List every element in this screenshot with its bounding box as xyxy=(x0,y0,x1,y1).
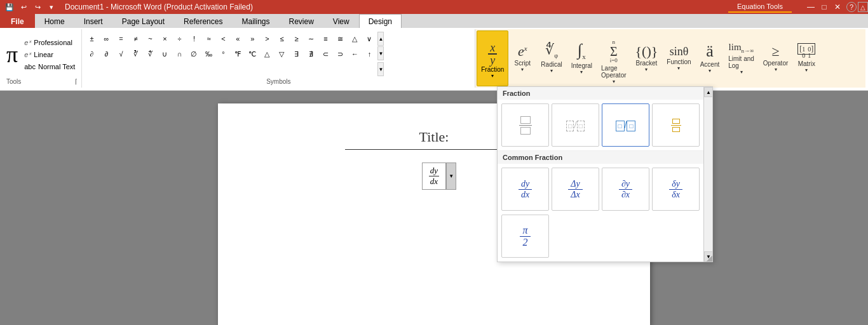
sym-le[interactable]: ≤ xyxy=(275,32,288,46)
redo-icon[interactable]: ↪ xyxy=(32,1,43,13)
sym-uparrow[interactable]: ↑ xyxy=(362,47,376,61)
panel-scroll-up[interactable]: ▲ xyxy=(704,87,713,97)
symbols-expand[interactable]: ▼ xyxy=(377,62,384,76)
sym-ge[interactable]: ≥ xyxy=(289,32,303,46)
common-fraction-title: Common Fraction xyxy=(498,150,703,164)
fraction-item-small[interactable] xyxy=(652,103,700,147)
symbols-row-1: ± ∞ = ≠ ~ × ÷ ! ≈ < « » > ≤ ≥ xyxy=(85,32,376,46)
fraction-item-delta-y-x[interactable]: Δy Δx xyxy=(552,168,599,211)
equation-tools-label: Equation Tools xyxy=(728,1,792,13)
equation-dropdown-button[interactable]: ▼ xyxy=(446,162,456,190)
sym-partial[interactable]: ∂ xyxy=(99,47,113,61)
tools-expand-icon[interactable]: ⌈ xyxy=(75,78,78,85)
bracket-button[interactable]: {()} Bracket ▾ xyxy=(631,30,663,86)
sym-nexists[interactable]: ∄ xyxy=(304,47,318,61)
integral-button[interactable]: ∫x Integral ▾ xyxy=(567,30,597,86)
equation-box[interactable]: dy dx xyxy=(422,162,446,190)
tab-references[interactable]: References xyxy=(174,14,232,28)
sym-div[interactable]: ÷ xyxy=(172,32,186,46)
help-icon[interactable]: ? xyxy=(846,2,857,12)
sym-cbrt[interactable]: ∛ xyxy=(128,47,142,61)
fraction-item-stack[interactable] xyxy=(501,103,549,147)
tab-home[interactable]: Home xyxy=(35,14,74,28)
script-button[interactable]: ex Script ▾ xyxy=(508,30,536,86)
sym-sqrt[interactable]: √ xyxy=(114,47,128,61)
operator-button[interactable]: ≥ Operator ▾ xyxy=(759,30,792,86)
fraction-button[interactable]: x y Fraction ▾ xyxy=(477,30,508,86)
tab-review[interactable]: Review xyxy=(279,14,323,28)
sym-times[interactable]: × xyxy=(158,32,172,46)
qa-dropdown-icon[interactable]: ▾ xyxy=(46,1,57,13)
script-icon: ex xyxy=(518,44,527,58)
sym-inf[interactable]: ∞ xyxy=(99,32,113,46)
sym-tilde[interactable]: ~ xyxy=(143,32,157,46)
sym-supset[interactable]: ⊃ xyxy=(333,47,347,61)
accent-icon: ä xyxy=(706,43,714,60)
fraction-item-linear[interactable]: □/□ xyxy=(602,103,649,147)
maximize-button[interactable]: □ xyxy=(818,2,831,12)
equation-pi-button[interactable]: π xyxy=(6,41,18,68)
sym-empty[interactable]: ∅ xyxy=(187,47,201,61)
symbols-scroll-up[interactable]: ▲ xyxy=(377,32,384,46)
large-operator-arrow-icon: ▾ xyxy=(613,79,615,84)
sym-excl[interactable]: ! xyxy=(187,32,201,46)
fraction-item-dy-dx[interactable]: dy dx xyxy=(501,168,549,211)
sym-lt[interactable]: < xyxy=(216,32,230,46)
function-button[interactable]: sinθ Function ▾ xyxy=(662,30,695,86)
sym-pm[interactable]: ± xyxy=(85,32,98,46)
normal-text-button[interactable]: abc Normal Text xyxy=(22,62,78,72)
equation-numerator: dy xyxy=(429,166,439,176)
sym-qrt[interactable]: ∜ xyxy=(143,47,157,61)
symbols-scroll-down[interactable]: ▼ xyxy=(377,46,384,60)
limit-and-log-icon: limn→∞ xyxy=(729,43,754,54)
large-operator-icon: n Σ i=0 xyxy=(610,32,618,63)
professional-button[interactable]: eˣ Professional xyxy=(22,37,78,48)
fraction-item-pi-2[interactable]: π 2 xyxy=(501,215,549,258)
sym-gt[interactable]: > xyxy=(260,32,274,46)
tab-design[interactable]: Design xyxy=(359,14,402,28)
sym-approx[interactable]: ≈ xyxy=(201,32,215,46)
matrix-button[interactable]: [1001] Matrix ▾ xyxy=(792,30,820,86)
tab-mailings[interactable]: Mailings xyxy=(232,14,279,28)
ribbon-toggle-icon[interactable]: △ xyxy=(858,2,868,12)
linear-button[interactable]: eˣ Linear xyxy=(22,50,78,60)
sym-neq[interactable]: ≠ xyxy=(128,32,142,46)
sym-cong[interactable]: ≅ xyxy=(333,32,347,46)
tab-view[interactable]: View xyxy=(323,14,359,28)
sym-sim[interactable]: ∼ xyxy=(304,32,318,46)
fraction-item-partial-y-x[interactable]: ∂y ∂x xyxy=(602,168,649,211)
sym-triangle-up[interactable]: △ xyxy=(348,32,362,46)
sym-subset[interactable]: ⊂ xyxy=(318,47,332,61)
sym-grad[interactable]: ▽ xyxy=(275,47,288,61)
resize-handle[interactable] xyxy=(706,255,712,262)
sym-raquo[interactable]: » xyxy=(245,32,259,46)
save-icon[interactable]: 💾 xyxy=(4,1,15,13)
sym-equiv[interactable]: ≡ xyxy=(318,32,332,46)
tab-page-layout[interactable]: Page Layout xyxy=(112,14,174,28)
sym-C[interactable]: ℃ xyxy=(245,47,259,61)
sym-cap[interactable]: ∩ xyxy=(172,47,186,61)
common-fraction-grid: dy dx Δy Δx xyxy=(498,164,703,215)
tab-insert[interactable]: Insert xyxy=(74,14,112,28)
large-operator-button[interactable]: n Σ i=0 LargeOperator ▾ xyxy=(597,30,630,86)
tab-file[interactable]: File xyxy=(0,14,35,28)
sym-deg[interactable]: ° xyxy=(216,47,230,61)
accent-button[interactable]: ä Accent ▾ xyxy=(696,30,724,86)
sym-cup[interactable]: ∪ xyxy=(158,47,172,61)
limit-and-log-button[interactable]: limn→∞ Limit andLog ▾ xyxy=(724,30,759,86)
sym-permil[interactable]: ‰ xyxy=(201,47,215,61)
sym-leftarrow[interactable]: ← xyxy=(348,47,362,61)
minimize-button[interactable]: — xyxy=(804,2,817,12)
sym-delta[interactable]: △ xyxy=(260,47,274,61)
undo-icon[interactable]: ↩ xyxy=(18,1,29,13)
sym-vee[interactable]: ∨ xyxy=(362,32,376,46)
fraction-item-skewed[interactable]: □/□ xyxy=(552,103,599,147)
sym-eq[interactable]: = xyxy=(114,32,128,46)
radical-button[interactable]: ∜φ Radical ▾ xyxy=(536,30,566,86)
sym-F[interactable]: ℉ xyxy=(231,47,245,61)
close-button[interactable]: ✕ xyxy=(831,2,844,12)
sym-partial-c[interactable]: ∂ xyxy=(85,47,98,61)
sym-exists[interactable]: ∃ xyxy=(289,47,303,61)
sym-laquo[interactable]: « xyxy=(231,32,245,46)
fraction-item-delta-lower-y-x[interactable]: δy δx xyxy=(652,168,700,211)
